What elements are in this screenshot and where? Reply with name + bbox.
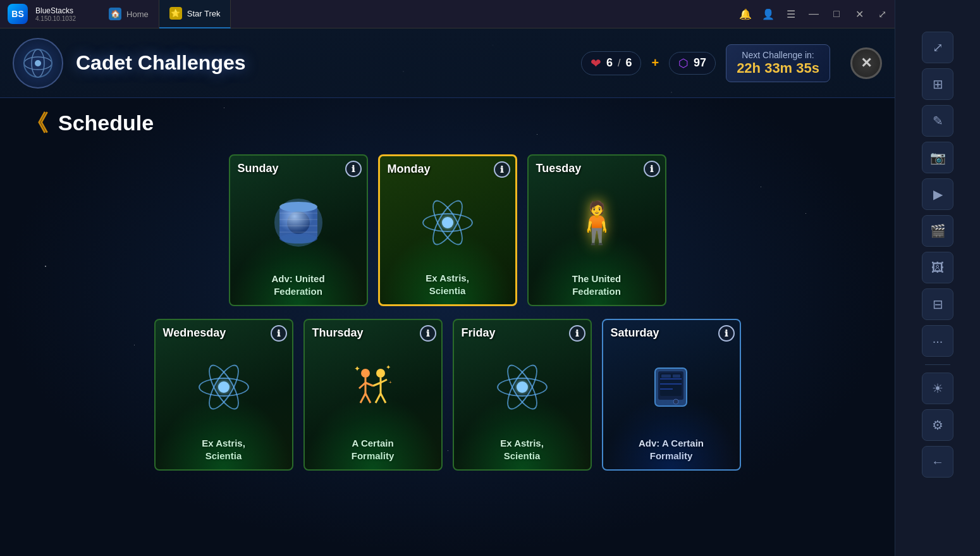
brightness-button[interactable]: ☀ [922, 373, 953, 404]
layers-button[interactable]: ⊞ [922, 68, 953, 100]
saturday-card[interactable]: Saturday ℹ [602, 319, 741, 471]
energy-stat: ⬡ 97 [669, 52, 716, 75]
svg-line-18 [365, 393, 371, 403]
cadet-logo-icon [22, 47, 54, 79]
multi-button[interactable]: ⊟ [922, 288, 953, 320]
thursday-challenge-label: A CertainFormality [305, 432, 441, 469]
thursday-card[interactable]: Thursday ℹ [303, 319, 443, 471]
record-button[interactable]: ▶ [922, 178, 953, 210]
notification-icon[interactable]: 🔔 [738, 6, 753, 22]
tuesday-challenge-label: The UnitedFederation [529, 268, 665, 305]
lives-stat: ❤ 6 / 6 [581, 51, 641, 75]
saturday-challenge-label: Adv: A CertainFormality [603, 432, 740, 469]
lives-current: 6 [606, 56, 613, 70]
energy-value: 97 [694, 56, 706, 70]
lives-icon: ❤ [591, 56, 601, 71]
tuesday-info-button[interactable]: ℹ [644, 161, 660, 177]
plus-icon[interactable]: + [651, 56, 659, 70]
back-arrows-icon[interactable]: 《 [25, 112, 48, 135]
svg-rect-36 [673, 374, 680, 378]
video-button[interactable]: 🎬 [922, 215, 953, 247]
svg-point-3 [35, 60, 41, 66]
settings-button[interactable]: ⚙ [922, 409, 953, 441]
friday-card[interactable]: Friday ℹ Ex Astris,Scientia [453, 319, 592, 471]
lives-max: 6 [625, 56, 632, 70]
bluestacks-title: BlueStacks [35, 6, 73, 15]
friday-image [454, 342, 591, 432]
media-button[interactable]: 🖼 [922, 252, 953, 283]
startrek-tab-icon: ⭐ [169, 7, 182, 20]
tuesday-card[interactable]: Tuesday ℹ 🧍 The UnitedFederation [527, 154, 666, 306]
edit-button[interactable]: ✎ [922, 105, 953, 137]
bluestacks-logo: BS [5, 1, 30, 27]
expand-button[interactable]: ⤢ [922, 32, 953, 63]
wednesday-image [156, 342, 292, 432]
header-stats: ❤ 6 / 6 + ⬡ 97 Next Challenge in: 22h 33… [581, 44, 882, 82]
more-button[interactable]: ··· [922, 325, 953, 357]
sunday-image [230, 178, 367, 268]
sunday-card[interactable]: Sunday ℹ [229, 154, 368, 306]
tuesday-image: 🧍 [529, 178, 665, 268]
svg-text:✦: ✦ [354, 364, 360, 373]
maximize-button[interactable]: □ [829, 6, 844, 22]
monday-image [380, 178, 515, 267]
sunday-info-button[interactable]: ℹ [345, 161, 362, 177]
atom-icon-monday [419, 194, 476, 251]
friday-challenge-label: Ex Astris,Scientia [454, 432, 591, 469]
wednesday-card[interactable]: Wednesday ℹ Ex Astris,Scientia [154, 319, 293, 471]
game-header: Cadet Challenges ❤ 6 / 6 + ⬡ 97 Next Cha… [0, 28, 895, 98]
game-area: Cadet Challenges ❤ 6 / 6 + ⬡ 97 Next Cha… [0, 28, 895, 556]
svg-text:✦: ✦ [386, 364, 391, 371]
close-icon: ✕ [861, 55, 872, 71]
menu-icon[interactable]: ☰ [783, 6, 799, 22]
tab-startrek[interactable]: ⭐ Star Trek [159, 0, 231, 28]
game-logo [13, 38, 63, 89]
svg-line-16 [365, 383, 373, 386]
tab-home-label: Home [126, 9, 149, 19]
monday-info-button[interactable]: ℹ [494, 161, 510, 178]
wednesday-info-button[interactable]: ℹ [271, 325, 287, 342]
bluestacks-version: 4.150.10.1032 [35, 15, 86, 22]
atom-icon-wednesday [195, 359, 252, 416]
home-tab-icon: 🏠 [109, 8, 121, 20]
expand-icon[interactable]: ⤢ [874, 6, 890, 22]
sunday-challenge-label: Adv: UnitedFederation [230, 268, 367, 305]
page-header-title: Cadet Challenges [76, 51, 581, 75]
next-challenge-time: 22h 33m 35s [737, 60, 819, 77]
thursday-image: ✦ ✦ + [305, 342, 441, 432]
sidebar-divider [925, 364, 950, 365]
screenshot-button[interactable]: 📷 [922, 142, 953, 173]
page-header: 《 Schedule [25, 111, 869, 135]
schedule-row-2: Wednesday ℹ Ex Astris,Scientia Thu [25, 319, 869, 471]
schedule-row-1: Sunday ℹ [25, 154, 869, 306]
account-icon[interactable]: 👤 [761, 6, 776, 22]
energy-icon: ⬡ [678, 56, 689, 70]
tab-startrek-label: Star Trek [187, 9, 221, 18]
atom-icon-friday [494, 359, 551, 416]
svg-line-23 [376, 393, 381, 403]
tab-home[interactable]: 🏠 Home [99, 0, 159, 28]
close-window-button[interactable]: ✕ [852, 6, 867, 22]
window-controls: 🔔 👤 ☰ — □ ✕ ⤢ [738, 6, 895, 22]
friday-info-button[interactable]: ℹ [569, 325, 585, 342]
svg-line-17 [360, 393, 365, 403]
cylinder-icon [273, 197, 324, 248]
monday-challenge-label: Ex Astris,Scientia [380, 267, 515, 304]
saturday-info-button[interactable]: ℹ [718, 325, 735, 342]
next-challenge-box: Next Challenge in: 22h 33m 35s [726, 44, 830, 82]
right-sidebar: ⤢ ⊞ ✎ 📷 ▶ 🎬 🖼 ⊟ ··· ☀ ⚙ ← [895, 0, 980, 556]
back-button[interactable]: ← [922, 446, 953, 478]
person-icon: 🧍 [572, 199, 622, 247]
people-dancing-icon: ✦ ✦ + [348, 362, 398, 412]
svg-line-24 [381, 393, 386, 403]
thursday-info-button[interactable]: ℹ [420, 325, 436, 342]
monday-card[interactable]: Monday ℹ Ex Astris,Scientia [378, 154, 517, 306]
schedule-title: Schedule [58, 111, 154, 135]
bluestacks-bar: BS BlueStacks 4.150.10.1032 🏠 Home ⭐ Sta… [0, 0, 895, 28]
wednesday-challenge-label: Ex Astris,Scientia [156, 432, 292, 469]
minimize-button[interactable]: — [806, 6, 821, 22]
header-close-button[interactable]: ✕ [850, 47, 882, 79]
next-challenge-label: Next Challenge in: [737, 50, 819, 60]
svg-point-34 [673, 399, 678, 404]
saturday-image [603, 342, 740, 432]
